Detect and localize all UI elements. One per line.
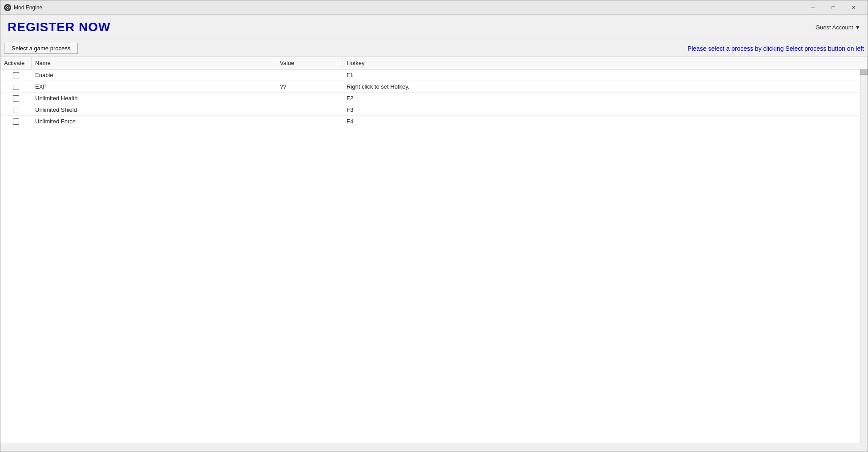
status-bar bbox=[0, 443, 868, 452]
activate-checkbox-2[interactable] bbox=[13, 84, 19, 90]
hotkey-cell-3: F2 bbox=[343, 94, 868, 103]
app-icon bbox=[4, 4, 11, 11]
table-row: Unlimited Health F2 bbox=[0, 93, 868, 104]
toolbar: Select a game process Please select a pr… bbox=[0, 40, 868, 57]
col-header-name: Name bbox=[32, 57, 276, 69]
col-header-hotkey: Hotkey bbox=[343, 57, 868, 69]
value-cell-4 bbox=[276, 109, 343, 111]
activate-cell-2 bbox=[0, 82, 32, 91]
table-area: Activate Name Value Hotkey Enable F1 EXP… bbox=[0, 57, 868, 443]
table-row: Unlimited Force F4 bbox=[0, 116, 868, 127]
activate-cell-5 bbox=[0, 117, 32, 126]
col-header-activate: Activate bbox=[0, 57, 32, 69]
activate-cell-4 bbox=[0, 106, 32, 114]
table-header: Activate Name Value Hotkey bbox=[0, 57, 868, 69]
activate-checkbox-3[interactable] bbox=[13, 95, 19, 102]
restore-button[interactable]: □ bbox=[823, 0, 844, 15]
hotkey-cell-2: Right click to set Hotkey. bbox=[343, 82, 868, 91]
table-row: Unlimited Shield F3 bbox=[0, 104, 868, 116]
register-title: REGISTER NOW bbox=[8, 20, 110, 34]
title-bar: Mod Engine ─ □ ✕ bbox=[0, 0, 868, 15]
activate-cell-1 bbox=[0, 71, 32, 80]
main-window: Mod Engine ─ □ ✕ REGISTER NOW Guest Acco… bbox=[0, 0, 868, 452]
window-controls: ─ □ ✕ bbox=[803, 0, 864, 15]
value-cell-2: ?? bbox=[276, 82, 343, 91]
hotkey-cell-5: F4 bbox=[343, 117, 868, 126]
value-cell-1 bbox=[276, 74, 343, 77]
guest-account-button[interactable]: Guest Account ▼ bbox=[816, 24, 860, 31]
hotkey-cell-4: F3 bbox=[343, 105, 868, 114]
svg-point-1 bbox=[7, 7, 8, 8]
activate-checkbox-1[interactable] bbox=[13, 72, 19, 78]
minimize-button[interactable]: ─ bbox=[803, 0, 823, 15]
name-cell-1: Enable bbox=[32, 70, 276, 80]
name-cell-3: Unlimited Health bbox=[32, 94, 276, 103]
hotkey-cell-1: F1 bbox=[343, 70, 868, 80]
name-cell-4: Unlimited Shield bbox=[32, 105, 276, 114]
activate-cell-3 bbox=[0, 94, 32, 103]
process-hint: Please select a process by clicking Sele… bbox=[687, 45, 864, 52]
activate-checkbox-4[interactable] bbox=[13, 107, 19, 113]
value-cell-3 bbox=[276, 97, 343, 100]
scrollbar-track[interactable] bbox=[860, 57, 868, 443]
register-banner: REGISTER NOW Guest Account ▼ bbox=[0, 15, 868, 40]
window-title: Mod Engine bbox=[14, 4, 803, 11]
activate-checkbox-5[interactable] bbox=[13, 118, 19, 125]
select-process-button[interactable]: Select a game process bbox=[4, 43, 78, 54]
name-cell-5: Unlimited Force bbox=[32, 117, 276, 126]
table-row: Enable F1 bbox=[0, 69, 868, 81]
table-row: EXP ?? Right click to set Hotkey. bbox=[0, 81, 868, 93]
name-cell-2: EXP bbox=[32, 82, 276, 91]
value-cell-5 bbox=[276, 120, 343, 123]
close-button[interactable]: ✕ bbox=[844, 0, 864, 15]
col-header-value: Value bbox=[276, 57, 343, 69]
